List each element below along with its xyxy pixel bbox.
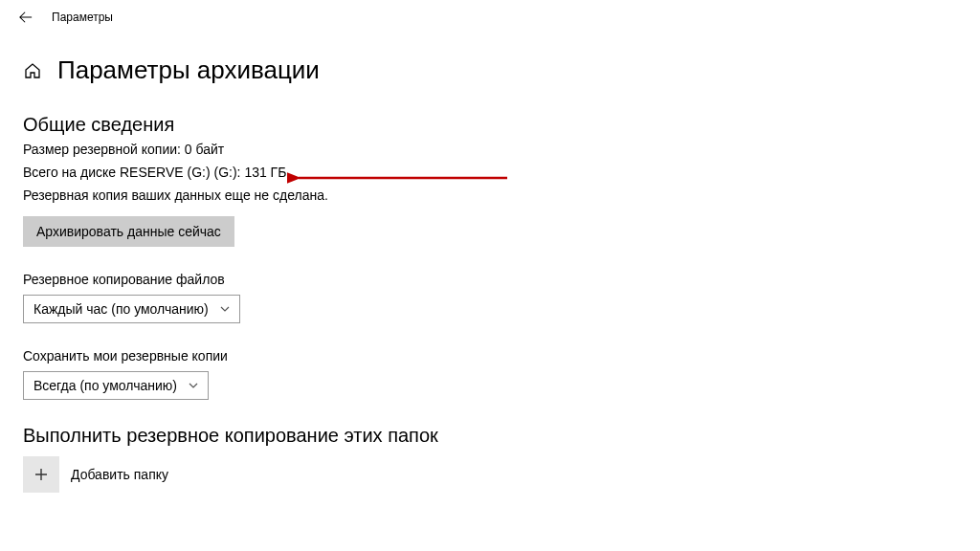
title-row: Параметры архивации xyxy=(23,55,980,85)
content-area: Параметры архивации Общие сведения Разме… xyxy=(0,34,980,493)
backup-status-text: Резервная копия ваших данных еще не сдел… xyxy=(23,187,980,203)
overview-heading: Общие сведения xyxy=(23,114,980,136)
header-bar: Параметры xyxy=(0,0,980,34)
chevron-down-icon xyxy=(220,304,230,314)
backup-now-button[interactable]: Архивировать данные сейчас xyxy=(23,216,234,247)
backup-size-text: Размер резервной копии: 0 байт xyxy=(23,142,980,157)
disk-total-text: Всего на диске RESERVE (G:) (G:): 131 ГБ xyxy=(23,165,980,180)
back-button[interactable] xyxy=(17,9,34,26)
chevron-down-icon xyxy=(189,381,198,390)
retention-dropdown[interactable]: Всегда (по умолчанию) xyxy=(23,371,209,400)
page-title: Параметры архивации xyxy=(57,55,320,85)
plus-icon xyxy=(33,467,49,482)
add-folder-label: Добавить папку xyxy=(71,467,168,482)
schedule-label: Резервное копирование файлов xyxy=(23,272,980,287)
arrow-left-icon xyxy=(19,11,33,24)
folders-heading: Выполнить резервное копирование этих пап… xyxy=(23,425,980,447)
home-icon[interactable] xyxy=(23,61,42,80)
app-title: Параметры xyxy=(52,11,113,24)
retention-selected: Всегда (по умолчанию) xyxy=(33,378,177,393)
schedule-selected: Каждый час (по умолчанию) xyxy=(33,301,209,317)
schedule-dropdown[interactable]: Каждый час (по умолчанию) xyxy=(23,295,240,323)
add-folder-button[interactable] xyxy=(23,456,59,493)
add-folder-row: Добавить папку xyxy=(23,456,980,493)
retention-label: Сохранить мои резервные копии xyxy=(23,348,980,364)
